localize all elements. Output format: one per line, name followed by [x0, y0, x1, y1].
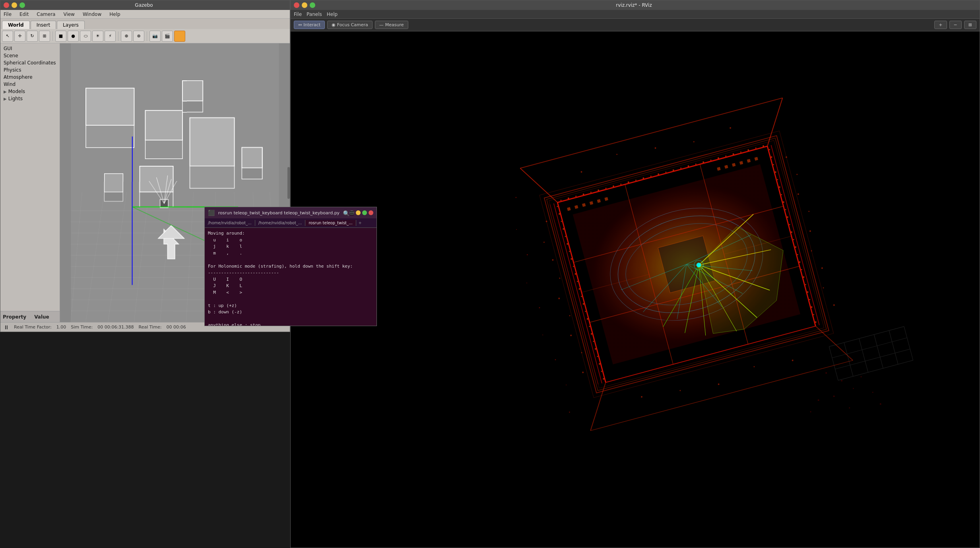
sidebar-atmosphere-label: Atmosphere — [4, 74, 33, 80]
sidebar-item-wind[interactable]: Wind — [0, 81, 60, 88]
toolbar-active[interactable] — [174, 31, 185, 42]
rviz-menu-file[interactable]: File — [294, 12, 302, 17]
gazebo-menu-view[interactable]: View — [62, 11, 76, 17]
rviz-zoom-fit[interactable]: ⊞ — [964, 21, 976, 29]
toolbar-sep2 — [118, 31, 118, 41]
svg-rect-33 — [140, 166, 173, 192]
svg-point-237 — [810, 411, 811, 412]
terminal-minimize-btn[interactable] — [356, 210, 361, 215]
sidebar-item-physics[interactable]: Physics — [0, 66, 60, 74]
lights-arrow: ▶ — [4, 97, 7, 101]
toolbar-rotate[interactable]: ↻ — [27, 31, 38, 42]
svg-rect-30 — [104, 192, 123, 201]
rviz-minimize-btn[interactable] — [302, 2, 307, 8]
svg-rect-27 — [190, 118, 234, 166]
terminal-tab-2[interactable]: /home/nvidia/robot_... — [255, 220, 306, 226]
rviz-measure-btn[interactable]: — Measure — [375, 21, 408, 29]
scroll-indicator — [287, 167, 290, 199]
gazebo-menu-help[interactable]: Help — [108, 11, 122, 17]
toolbar-translate[interactable]: ✛ — [14, 31, 25, 42]
rviz-window-controls — [294, 2, 315, 8]
gazebo-toolbar: ↖ ✛ ↻ ⊞ ■ ● ⬭ ☀ ⚡ ⊕ ⊗ 📷 🎬 — [0, 29, 290, 43]
svg-point-234 — [818, 399, 819, 401]
rviz-interact-btn[interactable]: ↔ Interact — [294, 21, 325, 29]
svg-rect-21 — [86, 88, 134, 125]
svg-point-230 — [833, 395, 835, 397]
sidebar-item-lights[interactable]: ▶ Lights — [0, 95, 60, 102]
gazebo-close-btn[interactable] — [4, 2, 9, 8]
terminal-search-btn[interactable]: 🔍 — [343, 210, 348, 215]
terminal-add-tab[interactable]: + — [356, 220, 364, 226]
gazebo-menu-camera[interactable]: Camera — [35, 11, 57, 17]
terminal-title: rosrun teleop_twist_keyboard teleop_twis… — [217, 210, 341, 216]
toolbar-cylinder[interactable]: ⬭ — [80, 31, 91, 42]
property-col: Property — [3, 314, 26, 320]
svg-point-232 — [825, 372, 827, 374]
gazebo-maximize-btn[interactable] — [19, 2, 25, 8]
toolbar-sphere[interactable]: ● — [68, 31, 79, 42]
toolbar-model[interactable]: ⊕ — [121, 31, 132, 42]
rviz-viewport[interactable] — [291, 31, 980, 548]
rviz-titlebar: rviz.rviz* - RViz — [291, 0, 980, 10]
sidebar-spherical-label: Spherical Coordinates — [4, 60, 56, 66]
rviz-close-btn[interactable] — [294, 2, 299, 8]
terminal-tab-3[interactable]: rosrun teleop_twist_... — [305, 220, 356, 226]
sidebar-gui-label: GUI — [4, 46, 12, 51]
svg-rect-24 — [145, 140, 182, 159]
toolbar-screenshot[interactable]: 📷 — [149, 31, 161, 42]
toolbar-select[interactable]: ↖ — [2, 31, 13, 42]
sim-time-label: Sim Time: — [71, 325, 93, 330]
gazebo-window-controls — [4, 2, 25, 8]
rviz-maximize-btn[interactable] — [310, 2, 315, 8]
svg-point-228 — [841, 380, 842, 381]
gazebo-sidebar: GUI Scene Spherical Coordinates Physics … — [0, 43, 60, 322]
toolbar-record[interactable]: 🎬 — [162, 31, 173, 42]
sidebar-item-gui[interactable]: GUI — [0, 45, 60, 52]
terminal-menu-btn[interactable]: ☰ — [349, 210, 354, 215]
terminal-body[interactable]: Moving around: u i o j k l m , . For Hol… — [205, 228, 376, 326]
terminal-tab-bar: /home/nvidia/robot_... /home/nvidia/robo… — [205, 218, 376, 228]
toolbar-box[interactable]: ■ — [55, 31, 66, 42]
terminal-tab-1[interactable]: /home/nvidia/robot_... — [205, 220, 255, 226]
rviz-focus-camera-btn[interactable]: ◉ Focus Camera — [327, 21, 373, 29]
sidebar-lights-label: Lights — [8, 96, 23, 101]
camera-icon: ◉ — [332, 22, 336, 27]
sim-time-value: 00 00:06:31.388 — [97, 325, 134, 330]
measure-label: Measure — [385, 22, 404, 27]
gazebo-titlebar: Gazebo — [0, 0, 290, 10]
real-time-label: Real Time: — [139, 325, 162, 330]
gazebo-minimize-btn[interactable] — [12, 2, 17, 8]
sidebar-item-atmosphere[interactable]: Atmosphere — [0, 74, 60, 81]
toolbar-scale[interactable]: ⊞ — [39, 31, 50, 42]
rviz-title: rviz.rviz* - RViz — [315, 2, 953, 8]
gazebo-menu-file[interactable]: File — [2, 11, 13, 17]
terminal-maximize-btn[interactable] — [362, 210, 367, 215]
pause-button[interactable]: ⏸ — [4, 324, 9, 330]
svg-point-235 — [849, 407, 850, 408]
rviz-menu-help[interactable]: Help — [327, 12, 338, 17]
svg-point-236 — [880, 403, 881, 405]
toolbar-light2[interactable]: ⚡ — [105, 31, 116, 42]
toolbar-joint[interactable]: ⊗ — [133, 31, 144, 42]
gazebo-menu-window[interactable]: Window — [81, 11, 103, 17]
rviz-zoom-out[interactable]: − — [949, 21, 962, 29]
terminal-close-btn[interactable] — [369, 210, 373, 215]
sidebar-item-scene[interactable]: Scene — [0, 52, 60, 59]
sidebar-item-spherical[interactable]: Spherical Coordinates — [0, 59, 60, 66]
interact-icon: ↔ — [298, 22, 302, 27]
tab-world[interactable]: World — [2, 21, 30, 29]
toolbar-light1[interactable]: ☀ — [92, 31, 103, 42]
value-col: Value — [34, 314, 49, 320]
gazebo-menu-edit[interactable]: Edit — [18, 11, 30, 17]
gazebo-title: Gazebo — [25, 2, 263, 8]
rviz-menu-panels[interactable]: Panels — [307, 12, 322, 17]
tab-insert[interactable]: Insert — [31, 21, 56, 29]
terminal-content: Moving around: u i o j k l m , . For Hol… — [208, 230, 373, 326]
rviz-window: rviz.rviz* - RViz File Panels Help ↔ Int… — [290, 0, 980, 548]
sidebar-item-models[interactable]: ▶ Models — [0, 88, 60, 95]
tab-layers[interactable]: Layers — [57, 21, 85, 29]
real-time-factor-label: Real Time Factor: — [14, 325, 52, 330]
rviz-zoom-in[interactable]: + — [934, 21, 947, 29]
terminal-icon: ⬛ — [208, 210, 215, 216]
svg-rect-28 — [190, 166, 234, 188]
